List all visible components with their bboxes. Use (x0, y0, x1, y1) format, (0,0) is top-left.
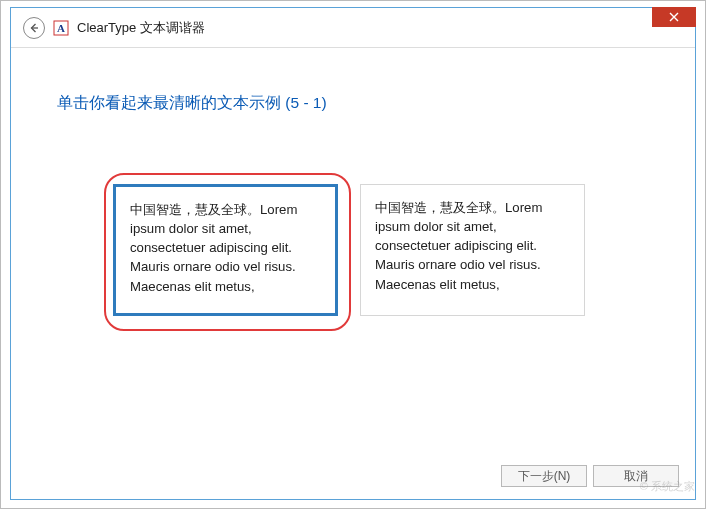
sample-text: 中国智造，慧及全球。Lorem ipsum dolor sit amet, co… (130, 202, 297, 294)
titlebar: A ClearType 文本调谐器 (11, 8, 695, 48)
instruction-text: 单击你看起来最清晰的文本示例 (5 - 1) (57, 93, 649, 114)
window-title: ClearType 文本调谐器 (77, 19, 205, 37)
back-button[interactable] (23, 17, 45, 39)
text-sample-2[interactable]: 中国智造，慧及全球。Lorem ipsum dolor sit amet, co… (360, 184, 585, 316)
screenshot-frame: A ClearType 文本调谐器 单击你看起来最清晰的文本示例 (5 - 1)… (0, 0, 706, 509)
svg-text:A: A (57, 22, 65, 34)
cancel-button[interactable]: 取消 (593, 465, 679, 487)
close-button[interactable] (652, 7, 696, 27)
content-area: 单击你看起来最清晰的文本示例 (5 - 1) 中国智造，慧及全球。Lorem i… (11, 48, 695, 316)
next-button[interactable]: 下一步(N) (501, 465, 587, 487)
wizard-footer: 下一步(N) 取消 (501, 465, 679, 487)
sample-grid: 中国智造，慧及全球。Lorem ipsum dolor sit amet, co… (57, 184, 649, 316)
cleartype-app-icon: A (53, 20, 69, 36)
cleartype-tuner-window: A ClearType 文本调谐器 单击你看起来最清晰的文本示例 (5 - 1)… (10, 7, 696, 500)
text-sample-1[interactable]: 中国智造，慧及全球。Lorem ipsum dolor sit amet, co… (113, 184, 338, 316)
close-icon (669, 12, 679, 22)
back-arrow-icon (28, 22, 40, 34)
sample-text: 中国智造，慧及全球。Lorem ipsum dolor sit amet, co… (375, 200, 542, 292)
